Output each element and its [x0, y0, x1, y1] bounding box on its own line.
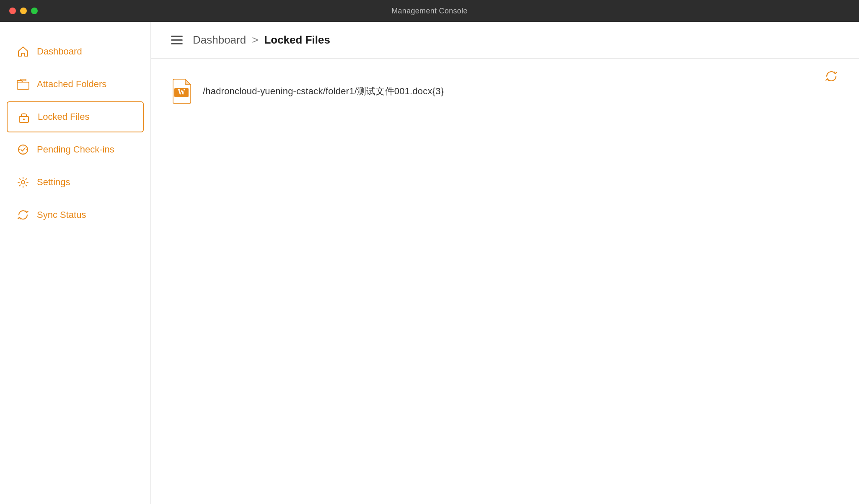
hamburger-line-2: [171, 39, 183, 41]
sidebar-label-settings: Settings: [37, 177, 70, 188]
close-button[interactable]: [9, 8, 16, 14]
home-icon: [17, 45, 29, 58]
table-row[interactable]: W /hadroncloud-yuening-cstack/folder1/测试…: [171, 71, 839, 111]
sidebar-item-attached-folders[interactable]: Attached Folders: [0, 69, 150, 100]
sidebar-item-dashboard[interactable]: Dashboard: [0, 36, 150, 67]
sidebar-label-locked-files: Locked Files: [38, 111, 90, 122]
svg-point-5: [21, 181, 25, 184]
maximize-button[interactable]: [31, 8, 38, 14]
hamburger-menu-button[interactable]: [171, 36, 183, 44]
minimize-button[interactable]: [20, 8, 27, 14]
refresh-button[interactable]: [824, 69, 839, 84]
settings-icon: [17, 176, 29, 189]
hamburger-line-1: [171, 36, 183, 37]
file-path: /hadroncloud-yuening-cstack/folder1/测试文件…: [203, 85, 444, 98]
title-bar: Management Console: [0, 0, 859, 22]
breadcrumb-current: Locked Files: [264, 34, 330, 47]
folder-icon: [17, 78, 29, 90]
window-title: Management Console: [391, 7, 468, 16]
traffic-lights: [9, 8, 38, 14]
sidebar-item-locked-files[interactable]: Locked Files: [7, 101, 144, 132]
sidebar-item-pending-checkins[interactable]: Pending Check-ins: [0, 134, 150, 165]
sidebar-item-sync-status[interactable]: Sync Status: [0, 199, 150, 230]
sidebar-label-sync-status: Sync Status: [37, 209, 86, 220]
sidebar-label-attached-folders: Attached Folders: [37, 79, 106, 90]
sidebar-label-dashboard: Dashboard: [37, 46, 82, 57]
sidebar-item-settings[interactable]: Settings: [0, 167, 150, 198]
breadcrumb-separator-icon: >: [252, 34, 258, 47]
content-header: Dashboard > Locked Files: [151, 22, 859, 59]
hamburger-line-3: [171, 43, 183, 44]
sidebar-label-pending-checkins: Pending Check-ins: [37, 144, 114, 155]
checkin-icon: [17, 143, 29, 156]
breadcrumb: Dashboard > Locked Files: [193, 34, 330, 47]
main-container: Dashboard Attached Folders: [0, 22, 859, 504]
lock-icon: [18, 111, 30, 123]
sync-icon: [17, 209, 29, 221]
breadcrumb-root[interactable]: Dashboard: [193, 34, 246, 47]
content-body: W /hadroncloud-yuening-cstack/folder1/测试…: [151, 59, 859, 504]
svg-rect-0: [17, 82, 29, 89]
file-icon: W: [171, 79, 193, 104]
content-area: Dashboard > Locked Files: [151, 22, 859, 504]
sidebar: Dashboard Attached Folders: [0, 22, 151, 504]
svg-point-3: [23, 119, 25, 120]
svg-text:W: W: [178, 88, 185, 96]
file-list: W /hadroncloud-yuening-cstack/folder1/测试…: [171, 71, 839, 111]
